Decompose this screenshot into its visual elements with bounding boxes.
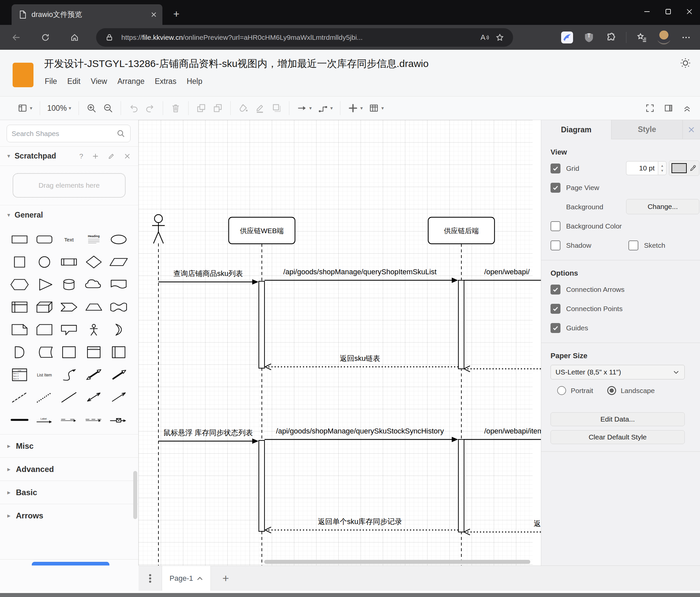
shape-document[interactable] [107,273,130,295]
shape-triangle[interactable] [33,273,56,295]
add-page-button[interactable]: + [211,566,241,591]
shape-dotted-line[interactable] [33,386,56,408]
shape-data-storage[interactable] [33,341,56,363]
canvas-horizontal-scrollbar[interactable] [264,560,530,564]
shape-actor[interactable] [82,319,106,341]
bird-extension-icon[interactable] [560,31,574,44]
tab-style[interactable]: Style [611,120,682,139]
redo-icon[interactable] [145,103,155,114]
tab-close-icon[interactable] [150,11,157,18]
grid-checkbox[interactable] [551,164,560,173]
web-activation-2[interactable] [259,440,265,531]
sidebar-scrollbar[interactable] [133,471,137,519]
chevron-down-icon[interactable]: ▾ [7,152,15,160]
scratchpad-dropzone[interactable]: Drag elements here [12,173,126,198]
shape-rectangle[interactable] [8,229,31,250]
scratchpad-close-icon[interactable] [124,152,131,160]
web-activation-1[interactable] [259,281,265,368]
chevron-down-icon[interactable]: ▾ [381,105,384,111]
back-icon[interactable] [7,28,25,46]
chevron-down-icon[interactable]: ▾ [7,212,15,219]
chevron-down-icon[interactable]: ▾ [69,105,71,111]
shape-rounded-rectangle[interactable] [33,229,56,250]
shape-step[interactable] [57,296,81,318]
url-bar[interactable]: https://file.kkview.cn/onlinePreview?url… [96,28,513,47]
shape-text[interactable]: Text [57,229,81,250]
zoom-out-icon[interactable] [103,103,114,114]
menu-edit[interactable]: Edit [67,77,80,86]
message-open-webapi-2[interactable]: /open/webapi/item [464,427,541,439]
background-color-checkbox[interactable] [551,221,560,231]
return-into-backend-2[interactable]: 返回 [464,519,541,535]
shape-list[interactable]: ListItem 1Item 2Item 3 [8,364,31,386]
shape-tape[interactable] [107,296,130,318]
theme-sun-icon[interactable] [679,57,691,69]
return-single-sku-record[interactable]: 返回单个sku库存同步记录 [265,518,458,533]
shape-arrow[interactable] [107,364,130,386]
connection-icon[interactable]: ▾ [297,103,312,114]
message-querySkuStockSyncHistory[interactable]: /api/goods/shopManage/querySkuStockSyncH… [265,427,458,442]
guides-checkbox[interactable] [551,323,560,333]
favorite-star-icon[interactable] [493,30,507,45]
backend-activation-1[interactable] [458,280,464,369]
sidebar-section-misc[interactable]: ▸Misc [0,434,138,457]
fullscreen-icon[interactable] [645,103,655,113]
shape-link[interactable] [8,409,31,431]
return-into-backend-1[interactable] [464,366,541,372]
tab-diagram[interactable]: Diagram [541,120,611,139]
landscape-radio[interactable] [607,386,616,395]
zoom-level-icon[interactable]: 100%▾ [47,104,71,113]
clear-default-style-button[interactable]: Clear Default Style [551,430,685,444]
menu-view[interactable]: View [91,77,107,86]
shape-bidirectional-connector[interactable] [82,386,106,408]
shadow-checkbox[interactable] [551,240,560,250]
menu-file[interactable]: File [45,77,57,86]
chevron-right-icon[interactable]: ▸ [7,488,16,496]
chevron-down-icon[interactable]: ▾ [309,105,312,111]
grid-color-button[interactable] [669,161,699,176]
shape-connector-symbol[interactable] [107,409,130,431]
profile-avatar[interactable] [657,30,671,44]
shape-line[interactable] [57,386,81,408]
scratchpad-edit-icon[interactable] [108,152,115,160]
shape-dashed-line[interactable] [8,386,31,408]
shape-callout[interactable] [57,319,81,341]
participant-backend[interactable]: 供应链后端 [428,217,495,244]
shape-or[interactable] [107,319,130,341]
chevron-down-icon[interactable]: ▾ [360,105,363,111]
pages-menu-icon[interactable] [139,566,162,591]
sketch-checkbox[interactable] [628,240,639,250]
search-icon[interactable] [116,129,126,138]
panel-close-icon[interactable] [688,126,695,134]
zoom-in-icon[interactable] [86,103,97,114]
shape-heading[interactable]: Heading [82,229,106,250]
grid-size-input[interactable] [626,161,658,175]
connection-points-checkbox[interactable] [551,304,560,314]
shape-cube[interactable] [33,296,56,318]
shape-and[interactable] [8,341,31,363]
shadow-icon[interactable] [271,103,282,114]
browser-tab[interactable]: drawio文件预览 [11,4,162,25]
shape-circle[interactable] [33,251,56,273]
menu-help[interactable]: Help [186,77,202,86]
page-view-checkbox[interactable] [551,183,560,193]
chevron-down-icon[interactable]: ▾ [330,105,333,111]
sidebar-section-advanced[interactable]: ▸Advanced [0,457,138,481]
shape-internal-storage[interactable] [8,296,31,318]
shape-vertical-container[interactable] [82,341,106,363]
general-section-header[interactable]: ▾ General [0,205,138,224]
change-background-button[interactable]: Change... [626,199,699,214]
shape-square[interactable] [8,251,31,273]
participant-web[interactable]: 供应链WEB端 [229,217,295,244]
message-hover-sync-status[interactable]: 鼠标悬浮 库存同步状态列表 [158,429,258,444]
grid-size-stepper[interactable]: ▲▼ [658,161,667,175]
fill-color-icon[interactable] [238,103,249,114]
shape-diamond[interactable] [82,251,106,273]
undo-icon[interactable] [128,103,139,114]
scratchpad-add-icon[interactable] [92,152,99,160]
read-aloud-icon[interactable]: A [478,30,493,45]
search-box[interactable] [7,125,131,142]
minimize-button[interactable] [636,0,657,23]
sidebar-section-basic[interactable]: ▸Basic [0,481,138,504]
delete-icon[interactable] [170,103,181,114]
